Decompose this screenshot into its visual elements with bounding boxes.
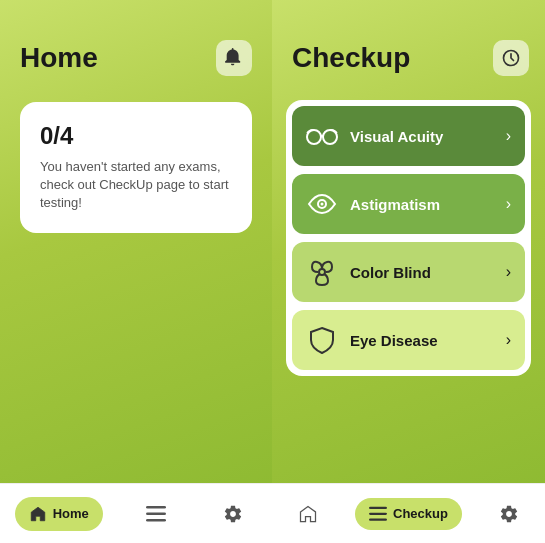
chevron-icon-1: › xyxy=(506,195,511,213)
right-nav-checkup-button[interactable]: Checkup xyxy=(355,498,462,530)
svg-rect-11 xyxy=(369,518,387,520)
right-panel: Checkup xyxy=(272,0,545,543)
left-title: Home xyxy=(20,42,98,74)
right-content: Visual Acuity › Astigmatism › xyxy=(272,92,545,483)
svg-point-4 xyxy=(307,130,321,144)
chevron-icon-3: › xyxy=(506,331,511,349)
right-gear-icon xyxy=(499,504,519,524)
home-icon xyxy=(29,505,47,523)
left-bottom-nav: Home xyxy=(0,483,272,543)
glasses-icon xyxy=(306,120,338,152)
chevron-icon-0: › xyxy=(506,127,511,145)
checkup-label-astigmatism: Astigmatism xyxy=(350,196,440,213)
checkup-item-eye-disease[interactable]: Eye Disease › xyxy=(292,310,525,370)
clock-icon xyxy=(501,48,521,68)
svg-rect-10 xyxy=(369,512,387,514)
right-bottom-nav: Checkup xyxy=(272,483,545,543)
svg-rect-0 xyxy=(146,506,166,509)
bell-button[interactable] xyxy=(216,40,252,76)
svg-point-7 xyxy=(321,203,324,206)
right-nav-checkup-label: Checkup xyxy=(393,506,448,521)
checkup-label-visual-acuity: Visual Acuity xyxy=(350,128,443,145)
clock-button[interactable] xyxy=(493,40,529,76)
checkup-card: Visual Acuity › Astigmatism › xyxy=(286,100,531,376)
checkup-item-visual-acuity[interactable]: Visual Acuity › xyxy=(292,106,525,166)
left-content: 0/4 You haven't started any exams, check… xyxy=(0,92,272,483)
svg-rect-9 xyxy=(369,506,387,508)
right-home-icon xyxy=(298,504,318,524)
checkup-label-eye-disease: Eye Disease xyxy=(350,332,438,349)
right-title: Checkup xyxy=(292,42,410,74)
bell-icon xyxy=(225,48,243,68)
nav-home-button[interactable]: Home xyxy=(15,497,103,531)
menu-icon xyxy=(146,506,166,522)
progress-card: 0/4 You haven't started any exams, check… xyxy=(20,102,252,233)
progress-text: You haven't started any exams, check out… xyxy=(40,158,232,213)
checkup-label-color-blind: Color Blind xyxy=(350,264,431,281)
nav-menu-button[interactable] xyxy=(132,498,180,530)
left-header: Home xyxy=(0,0,272,92)
progress-score: 0/4 xyxy=(40,122,232,150)
right-nav-settings-button[interactable] xyxy=(485,496,533,532)
left-panel: Home 0/4 You haven't started any exams, … xyxy=(0,0,272,543)
right-nav-home-button[interactable] xyxy=(284,496,332,532)
chevron-icon-2: › xyxy=(506,263,511,281)
nav-home-label: Home xyxy=(53,506,89,521)
svg-rect-1 xyxy=(146,512,166,515)
gear-icon xyxy=(223,504,243,524)
right-header: Checkup xyxy=(272,0,545,92)
svg-rect-2 xyxy=(146,519,166,522)
eye-icon xyxy=(306,188,338,220)
checkup-item-astigmatism[interactable]: Astigmatism › xyxy=(292,174,525,234)
shield-icon xyxy=(306,324,338,356)
right-menu-icon xyxy=(369,506,387,522)
biohazard-icon xyxy=(306,256,338,288)
checkup-item-color-blind[interactable]: Color Blind › xyxy=(292,242,525,302)
nav-settings-button[interactable] xyxy=(209,496,257,532)
svg-point-5 xyxy=(323,130,337,144)
